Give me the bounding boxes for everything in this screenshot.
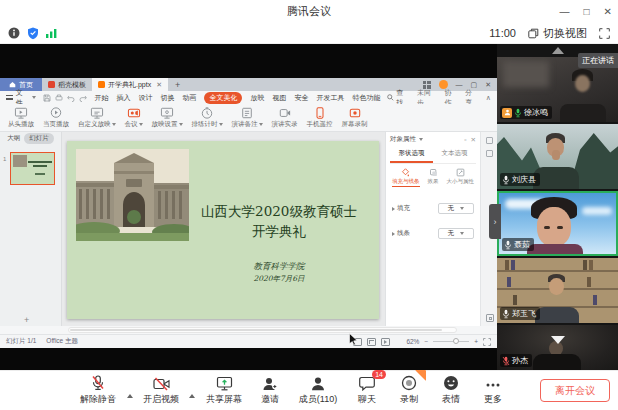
- undo-icon[interactable]: [67, 94, 75, 102]
- slide[interactable]: 山西大学2020级教育硕士 开学典礼 教育科学学院 2020年7月6日: [67, 141, 379, 319]
- ribbon-show-settings[interactable]: 放映设置: [152, 107, 183, 129]
- chevron-down-icon: [32, 96, 36, 99]
- ribbon-presentation-record[interactable]: 演讲实录: [272, 107, 298, 129]
- tab-insert[interactable]: 插入: [116, 93, 130, 103]
- switch-view-button[interactable]: 切换视图: [528, 26, 587, 41]
- slide-sorter-view-button[interactable]: [367, 338, 376, 346]
- tab-close-icon[interactable]: ✕: [156, 81, 162, 89]
- line-select[interactable]: 无: [438, 228, 474, 239]
- save-icon[interactable]: [43, 94, 51, 102]
- wps-docer-tab[interactable]: 稻壳模板: [42, 78, 92, 91]
- subtab-effects[interactable]: 效果: [428, 168, 439, 187]
- ribbon-phone-remote[interactable]: 手机遥控: [307, 107, 333, 129]
- unmute-button[interactable]: 解除静音: [72, 375, 124, 406]
- sidebar-bottom-icon[interactable]: [486, 314, 494, 322]
- video-tile[interactable]: 郑玉飞: [497, 258, 618, 323]
- ribbon-meeting[interactable]: 会议: [125, 107, 143, 129]
- ribbon-custom-show[interactable]: 自定义放映: [78, 107, 116, 129]
- zoom-level: 62%: [406, 338, 419, 345]
- new-tab-button[interactable]: +: [168, 78, 187, 91]
- tab-security[interactable]: 安全: [294, 93, 308, 103]
- tab-shape-options[interactable]: 形状选项: [390, 147, 433, 163]
- tab-design[interactable]: 设计: [138, 93, 152, 103]
- share-screen-icon: [216, 376, 233, 391]
- close-button[interactable]: ✕: [604, 6, 612, 17]
- slideshow-view-button[interactable]: [381, 338, 390, 346]
- invite-button[interactable]: 邀请: [250, 375, 290, 406]
- collapse-ribbon-button[interactable]: ∧: [486, 94, 491, 102]
- zoom-slider[interactable]: [433, 341, 469, 343]
- video-tile[interactable]: 刘庆县: [497, 124, 618, 189]
- scroll-down-button[interactable]: [497, 336, 618, 344]
- chat-button[interactable]: 14 聊天: [346, 375, 388, 406]
- network-signal-icon: [46, 28, 57, 38]
- zoom-out-button[interactable]: −: [424, 338, 428, 345]
- ribbon-play-current[interactable]: 当页播放: [43, 107, 69, 129]
- video-tile-speaking[interactable]: 聂茹: [497, 191, 618, 256]
- slide-title: 山西大学2020级教育硕士 开学典礼: [179, 201, 379, 242]
- tab-transition[interactable]: 切换: [160, 93, 174, 103]
- slides-tab[interactable]: 幻灯片: [24, 133, 54, 144]
- arrow-up-icon: [552, 47, 564, 54]
- leave-meeting-button[interactable]: 离开会议: [540, 379, 610, 402]
- emoji-button[interactable]: 表情: [430, 375, 472, 406]
- tab-view[interactable]: 视图: [272, 93, 286, 103]
- share-screen-button[interactable]: 共享屏幕: [198, 375, 250, 406]
- expand-sidebar-handle[interactable]: ›: [489, 204, 501, 239]
- meeting-info-icon[interactable]: [8, 27, 20, 39]
- fill-select[interactable]: 无: [438, 203, 474, 214]
- beautify-button[interactable]: 全文美化: [204, 92, 242, 104]
- camera-off-icon: [153, 377, 170, 391]
- expand-line-icon[interactable]: [392, 232, 395, 236]
- ribbon-speaker-notes[interactable]: 演讲备注: [232, 107, 263, 129]
- tab-text-options[interactable]: 文本选项: [433, 147, 476, 163]
- maximize-button[interactable]: □: [584, 6, 590, 17]
- chevron-down-icon: [419, 138, 423, 141]
- minimize-button[interactable]: —: [560, 6, 570, 17]
- chat-icon: [359, 376, 375, 391]
- properties-title: 对象属性: [390, 135, 416, 144]
- participant-nameplate: 孙杰: [500, 354, 532, 367]
- ribbon-play-from-start[interactable]: 从头播放: [8, 107, 34, 129]
- security-shield-icon[interactable]: [27, 27, 39, 40]
- arrow-down-icon: [551, 336, 565, 344]
- tab-animation[interactable]: 动画: [182, 93, 196, 103]
- arrow-up-icon: [127, 394, 133, 398]
- tab-slideshow[interactable]: 放映: [250, 93, 264, 103]
- zoom-in-button[interactable]: +: [474, 338, 478, 345]
- fullscreen-icon[interactable]: [599, 28, 610, 39]
- tab-home[interactable]: 开始: [94, 93, 108, 103]
- participant-name: 聂茹: [514, 239, 530, 250]
- ribbon-rehearse-timing[interactable]: 排练计时: [192, 107, 223, 129]
- ribbon-screen-record[interactable]: 屏幕录制: [342, 107, 368, 129]
- close-panel-icon[interactable]: ✕: [471, 136, 476, 144]
- chat-badge: 14: [372, 370, 386, 379]
- wps-document-tab[interactable]: 开学典礼.pptx ✕: [92, 78, 168, 91]
- subtab-size-properties[interactable]: 大小与属性: [447, 168, 475, 187]
- wps-presentation-window: 首页 稻壳模板 开学典礼.pptx ✕ + — ▢ ✕: [0, 78, 497, 348]
- expand-fill-icon[interactable]: [392, 207, 395, 211]
- redo-icon[interactable]: [79, 94, 87, 102]
- record-button[interactable]: 录制: [388, 375, 430, 406]
- add-slide-button[interactable]: +: [24, 315, 29, 325]
- sidebar-tool-icon[interactable]: [486, 150, 493, 157]
- tab-devtools[interactable]: 开发工具: [316, 93, 344, 103]
- switch-view-label: 切换视图: [543, 26, 587, 41]
- audio-options-caret[interactable]: [124, 384, 136, 398]
- video-options-caret[interactable]: [186, 384, 198, 398]
- fit-slide-icon[interactable]: [483, 338, 491, 346]
- sidebar-tool-icon[interactable]: [486, 137, 493, 144]
- video-tile[interactable]: 孙杰: [497, 325, 618, 370]
- outline-tab[interactable]: 大纲: [7, 134, 20, 143]
- ppt-file-icon: [98, 81, 105, 88]
- slide-thumbnail[interactable]: [10, 152, 55, 185]
- pin-panel-icon[interactable]: ▫: [464, 136, 466, 144]
- print-icon[interactable]: [55, 94, 63, 102]
- start-video-button[interactable]: 开启视频: [136, 375, 186, 406]
- subtab-fill-line[interactable]: 填充与线条: [392, 168, 420, 187]
- horizontal-scrollbar[interactable]: [68, 327, 457, 333]
- members-button[interactable]: 成员(110): [290, 375, 346, 406]
- more-button[interactable]: 更多: [472, 375, 514, 406]
- tab-features[interactable]: 特色功能: [352, 93, 380, 103]
- participant-name: 刘庆县: [512, 174, 536, 185]
